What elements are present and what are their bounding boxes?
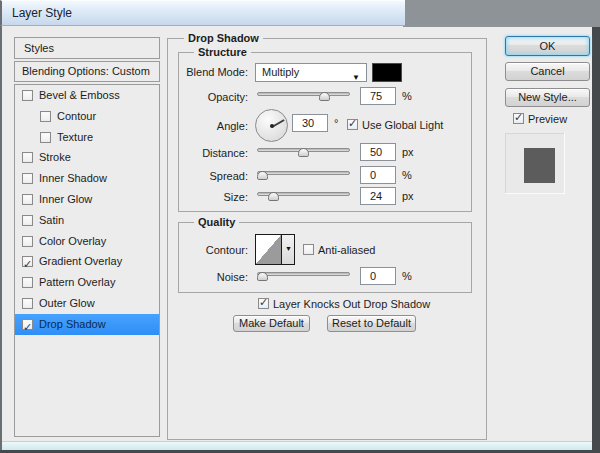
style-item-label: Texture (57, 131, 93, 143)
style-item-checkbox[interactable] (40, 132, 51, 143)
spread-unit: % (402, 169, 412, 181)
spread-label: Spread: (148, 170, 248, 182)
style-item-label: Color Overlay (39, 235, 106, 247)
ok-button[interactable]: OK (505, 36, 590, 56)
size-slider[interactable] (257, 192, 350, 202)
distance-input[interactable]: 50 (360, 143, 396, 161)
preview-label: Preview (528, 113, 567, 125)
style-item-checkbox[interactable] (22, 173, 33, 184)
style-item-inner-glow[interactable]: Inner Glow (15, 189, 159, 210)
size-input[interactable]: 24 (360, 187, 396, 205)
opacity-input[interactable]: 75 (360, 87, 396, 105)
size-label: Size: (148, 191, 248, 203)
noise-slider-track[interactable] (257, 272, 350, 276)
contour-label: Contour: (148, 244, 248, 256)
window-title: Layer Style (12, 6, 72, 20)
size-slider-thumb[interactable] (268, 192, 279, 201)
style-item-label: Stroke (39, 151, 71, 163)
style-item-checkbox[interactable] (22, 90, 33, 101)
style-item-outer-glow[interactable]: Outer Glow (15, 293, 159, 314)
style-item-checkbox[interactable] (22, 277, 33, 288)
angle-input[interactable]: 30 (292, 114, 328, 132)
distance-label: Distance: (148, 147, 248, 159)
effects-list: Bevel & EmbossContourTextureStrokeInner … (14, 84, 160, 437)
noise-slider[interactable] (257, 272, 350, 282)
spread-input[interactable]: 0 (360, 166, 396, 184)
blending-options-label: Blending Options: Custom (22, 65, 150, 77)
distance-slider[interactable] (257, 148, 350, 158)
size-unit: px (402, 190, 414, 202)
style-item-label: Contour (57, 110, 96, 122)
layer-knocks-out-label: Layer Knocks Out Drop Shadow (273, 298, 430, 310)
use-global-light-checkbox[interactable] (347, 119, 358, 130)
make-default-button[interactable]: Make Default (233, 315, 310, 332)
style-item-label: Pattern Overlay (39, 276, 115, 288)
contour-thumbnail[interactable] (255, 234, 282, 265)
sidebar-item-blending-options[interactable]: Blending Options: Custom (14, 61, 160, 82)
titlebar-obscured-region (403, 0, 600, 27)
style-item-pattern-overlay[interactable]: Pattern Overlay (15, 272, 159, 293)
spread-slider-thumb[interactable] (257, 171, 268, 180)
opacity-label: Opacity: (148, 91, 248, 103)
contour-picker[interactable] (255, 234, 295, 265)
reset-to-default-button[interactable]: Reset to Default (327, 315, 416, 332)
styles-header-label: Styles (24, 42, 54, 54)
style-item-checkbox[interactable] (22, 256, 33, 267)
contour-dropdown-arrow[interactable] (282, 234, 295, 265)
angle-hub (270, 124, 274, 128)
window-border-bottom-glow (2, 441, 592, 450)
style-item-gradient-overlay[interactable]: Gradient Overlay (15, 251, 159, 272)
layer-knocks-out-checkbox[interactable] (258, 298, 269, 309)
style-item-checkbox[interactable] (40, 111, 51, 122)
anti-aliased-label: Anti-aliased (318, 244, 375, 256)
style-item-label: Inner Shadow (39, 172, 107, 184)
style-item-label: Drop Shadow (39, 318, 106, 330)
blend-mode-value: Multiply (262, 66, 299, 78)
noise-label: Noise: (148, 271, 248, 283)
angle-dial[interactable] (255, 109, 288, 142)
titlebar[interactable]: Layer Style (0, 0, 405, 26)
chevron-down-icon (352, 69, 360, 86)
style-item-drop-shadow[interactable]: Drop Shadow (15, 314, 159, 335)
style-item-bevel-emboss[interactable]: Bevel & Emboss (15, 85, 159, 106)
noise-unit: % (402, 270, 412, 282)
style-item-checkbox[interactable] (22, 215, 33, 226)
style-item-checkbox[interactable] (22, 319, 33, 330)
style-item-checkbox[interactable] (22, 298, 33, 309)
opacity-slider-thumb[interactable] (319, 92, 330, 101)
spread-slider-track[interactable] (257, 171, 350, 175)
noise-slider-thumb[interactable] (257, 272, 268, 281)
style-item-label: Outer Glow (39, 297, 95, 309)
style-item-contour[interactable]: Contour (15, 106, 159, 127)
blend-mode-select[interactable]: Multiply (255, 63, 367, 82)
distance-slider-thumb[interactable] (298, 148, 309, 157)
opacity-slider[interactable] (257, 92, 350, 102)
styles-header[interactable]: Styles (14, 37, 160, 59)
style-item-label: Bevel & Emboss (39, 89, 120, 101)
style-item-checkbox[interactable] (22, 194, 33, 205)
style-item-inner-shadow[interactable]: Inner Shadow (15, 168, 159, 189)
style-item-label: Inner Glow (39, 193, 92, 205)
spread-slider[interactable] (257, 171, 350, 181)
layer-style-dialog: Layer Style Styles Blending Options: Cus… (0, 0, 600, 453)
window-border-right (592, 27, 600, 453)
style-item-color-overlay[interactable]: Color Overlay (15, 231, 159, 252)
window-border-left (0, 26, 2, 453)
cancel-button[interactable]: Cancel (505, 62, 590, 81)
style-item-stroke[interactable]: Stroke (15, 147, 159, 168)
opacity-slider-track[interactable] (257, 92, 350, 96)
anti-aliased-checkbox[interactable] (303, 244, 314, 255)
style-item-texture[interactable]: Texture (15, 127, 159, 148)
angle-label: Angle: (148, 120, 248, 132)
angle-unit: ° (334, 117, 338, 129)
new-style-button[interactable]: New Style... (505, 88, 590, 107)
preview-checkbox[interactable] (513, 113, 524, 124)
use-global-light-label: Use Global Light (362, 119, 443, 131)
shadow-color-swatch[interactable] (372, 63, 402, 82)
style-item-checkbox[interactable] (22, 236, 33, 247)
distance-unit: px (402, 146, 414, 158)
style-item-satin[interactable]: Satin (15, 210, 159, 231)
noise-input[interactable]: 0 (360, 267, 396, 285)
style-item-checkbox[interactable] (22, 152, 33, 163)
style-preview-thumbnail (505, 133, 565, 194)
